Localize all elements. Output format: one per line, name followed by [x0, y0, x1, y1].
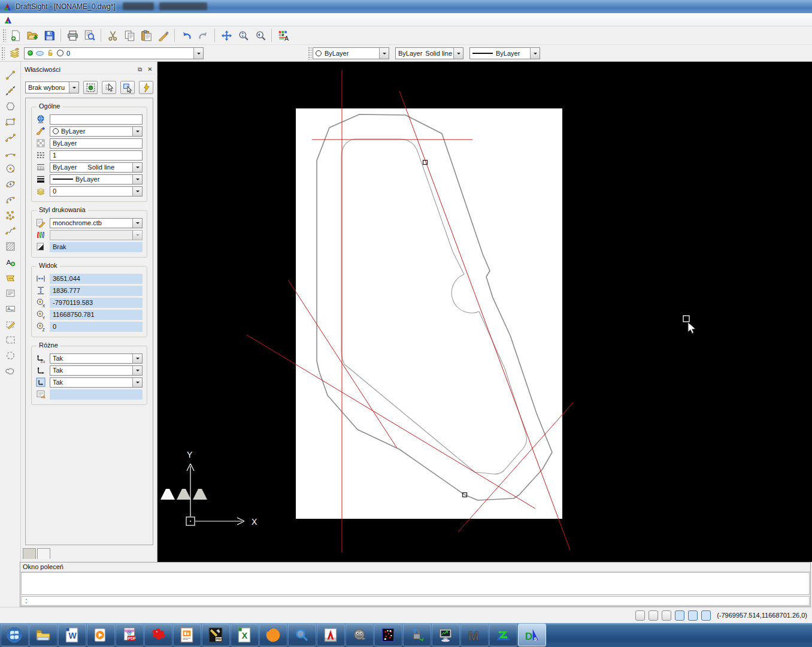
taskbar-sync-app[interactable] [403, 624, 431, 646]
active-layer-combobox[interactable]: 0 [24, 47, 204, 59]
dropdown-arrow-icon[interactable] [132, 127, 142, 136]
tab-pozycja-poczatkowa[interactable] [23, 548, 36, 559]
taskbar-m-app[interactable]: M [460, 624, 489, 646]
property-field[interactable]: ByLayer [50, 174, 143, 185]
taskbar-excel[interactable]: X [231, 624, 259, 646]
select-matching-button[interactable] [83, 81, 98, 94]
dropdown-arrow-icon[interactable] [132, 187, 142, 196]
property-field[interactable] [50, 114, 143, 125]
layers-manager-button[interactable] [7, 46, 22, 61]
taskbar-firefox[interactable] [259, 624, 287, 646]
taskbar-dotted-app[interactable] [374, 624, 402, 646]
tab-sheet2[interactable] [193, 489, 207, 500]
power-select-button[interactable] [139, 81, 153, 94]
dropdown-arrow-icon[interactable] [132, 378, 142, 387]
simple-note-tool[interactable]: A [2, 301, 19, 316]
property-field[interactable]: Tak [50, 353, 143, 364]
annotation-tool[interactable]: A [2, 254, 19, 270]
menu-plik[interactable] [17, 18, 28, 22]
toolbar-grip[interactable] [1, 47, 5, 60]
ellipse-arc-tool[interactable] [2, 192, 19, 207]
menu-widok[interactable] [39, 18, 50, 22]
taskbar-media-player[interactable] [87, 624, 115, 646]
property-field[interactable]: Tak [50, 365, 143, 376]
taskbar-gimp[interactable] [346, 624, 374, 646]
property-field[interactable]: ByLayerSolid line [50, 162, 143, 173]
undo-button[interactable] [178, 28, 194, 43]
tab-model[interactable] [160, 489, 175, 500]
spline-tool[interactable] [2, 129, 19, 145]
arc-tool[interactable] [2, 145, 19, 161]
text-block-tool[interactable] [2, 285, 19, 301]
taskbar-red-app[interactable] [144, 624, 172, 646]
taskbar-explorer[interactable] [29, 624, 57, 646]
taskbar-draftsight[interactable]: Ds [518, 624, 546, 646]
property-field[interactable]: Tak [50, 377, 143, 388]
pan-button[interactable] [219, 28, 234, 43]
entity-snap-toggle[interactable] [688, 610, 698, 621]
taskbar-autocad[interactable] [317, 624, 345, 646]
menu-rysuj[interactable] [82, 18, 93, 22]
property-field[interactable]: ByLayer [50, 126, 143, 137]
property-field[interactable]: monochrome.ctb [50, 218, 143, 228]
command-history[interactable] [21, 572, 810, 595]
selection-combobox[interactable]: Brak wyboru [25, 81, 79, 93]
line-weight-combobox[interactable]: ByLayer [469, 47, 540, 59]
line-color-combobox[interactable]: ByLayer [313, 47, 389, 59]
dropdown-arrow-icon[interactable] [132, 354, 142, 363]
menu-wstaw[interactable] [50, 18, 60, 22]
dropdown-arrow-icon[interactable] [132, 219, 142, 228]
etrack-toggle[interactable] [701, 610, 711, 621]
property-field[interactable]: 1 [50, 150, 143, 161]
layer-show-icon[interactable] [28, 50, 33, 56]
freehand-tool[interactable] [2, 223, 19, 238]
menu-narzedzia[interactable] [104, 18, 114, 22]
new-file-button[interactable] [8, 28, 23, 43]
layer-unlock-icon[interactable] [47, 49, 54, 57]
note-tool[interactable] [2, 270, 19, 285]
dropdown-arrow-icon[interactable] [132, 175, 142, 184]
select-window-button[interactable] [120, 81, 135, 94]
property-field[interactable]: ByLayer [50, 138, 143, 149]
menu-modyfikuj[interactable] [93, 18, 104, 22]
cut-button[interactable] [105, 28, 120, 43]
save-button[interactable] [41, 28, 57, 43]
taskbar-monitor-app[interactable]: A [432, 624, 460, 646]
line-style-combobox[interactable]: ByLayerSolid line [395, 47, 463, 59]
taskbar-word[interactable]: W [58, 624, 86, 646]
taskbar-pdf-viewer[interactable]: PDF [116, 624, 144, 646]
dropdown-arrow-icon[interactable] [379, 48, 389, 59]
dropdown-arrow-icon[interactable] [530, 48, 540, 59]
cloud-rectangle-tool[interactable] [2, 332, 19, 347]
copy-button[interactable] [122, 28, 137, 43]
dropdown-arrow-icon[interactable] [132, 366, 142, 375]
toolbar-grip[interactable] [2, 29, 6, 42]
drawing-canvas[interactable]: XY [157, 62, 812, 562]
tab-wlasciwosci[interactable] [37, 548, 50, 559]
redo-button[interactable] [195, 28, 211, 43]
menu-okno[interactable] [114, 18, 125, 22]
format-painter-button[interactable] [155, 28, 171, 43]
dropdown-arrow-icon[interactable] [132, 163, 142, 172]
taskbar-powerpoint[interactable] [173, 624, 201, 646]
infinite-line-tool[interactable] [2, 83, 19, 98]
taskbar-chart-app[interactable] [489, 624, 517, 646]
snap-toggle[interactable] [635, 610, 645, 621]
property-painter-button[interactable]: A [275, 28, 291, 43]
zoom-dynamic-button[interactable] [235, 28, 251, 43]
command-input[interactable]: : [21, 596, 810, 606]
rectangle-tool[interactable] [2, 114, 19, 129]
sketch-tool[interactable] [2, 316, 19, 332]
close-panel-icon[interactable]: ✕ [146, 66, 154, 73]
ellipse-tool[interactable] [2, 176, 19, 192]
zoom-previous-button[interactable] [252, 28, 268, 43]
dropdown-arrow-icon[interactable] [453, 48, 463, 59]
cloud-tool[interactable] [2, 363, 19, 379]
polar-toggle[interactable] [675, 610, 684, 621]
point-tool[interactable] [2, 207, 19, 223]
polygon-tool[interactable] [2, 98, 19, 114]
taskbar-search[interactable] [288, 624, 316, 646]
ortho-toggle[interactable] [662, 610, 671, 621]
toolbar-grip[interactable] [308, 47, 311, 60]
hatch-tool[interactable] [2, 238, 19, 254]
